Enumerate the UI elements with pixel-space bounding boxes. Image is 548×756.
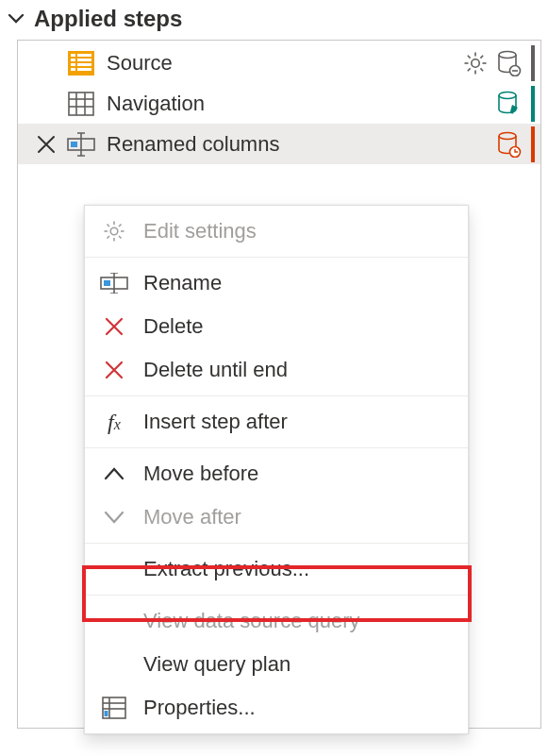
menu-move-before[interactable]: Move before (85, 452, 468, 496)
svg-rect-43 (104, 280, 110, 286)
menu-label: Extract previous... (143, 557, 309, 581)
menu-separator (85, 395, 468, 396)
svg-rect-3 (71, 59, 75, 61)
chevron-up-icon (98, 461, 130, 487)
menu-delete-until-end[interactable]: Delete until end (85, 348, 468, 392)
properties-icon (98, 695, 130, 721)
fx-icon: fx (98, 409, 130, 435)
svg-line-37 (108, 225, 110, 227)
step-row-source[interactable]: Source (18, 42, 540, 83)
menu-view-data-source-query: View data source query (85, 599, 468, 643)
svg-line-14 (468, 55, 471, 58)
step-row-renamed-columns[interactable]: Renamed columns (18, 124, 540, 164)
menu-separator (85, 595, 468, 596)
svg-point-9 (472, 59, 479, 66)
svg-line-39 (119, 225, 122, 227)
menu-label: Edit settings (143, 219, 257, 244)
delete-icon (98, 357, 130, 383)
menu-label: Move after (143, 505, 241, 529)
applied-steps-header[interactable]: Applied steps (0, 0, 548, 40)
step-status-marker (531, 126, 535, 162)
menu-edit-settings: Edit settings (85, 210, 468, 253)
rename-icon (98, 270, 130, 296)
gear-icon[interactable] (461, 49, 490, 77)
menu-extract-previous[interactable]: Extract previous... (85, 547, 468, 591)
svg-line-40 (108, 236, 110, 239)
menu-label: Delete (143, 314, 204, 339)
step-status-marker (531, 86, 535, 122)
step-label: Source (107, 51, 461, 76)
svg-rect-5 (71, 63, 75, 66)
menu-label: View data source query (143, 609, 360, 633)
svg-rect-29 (71, 142, 77, 147)
chevron-down-icon (98, 504, 130, 530)
gear-icon (98, 218, 130, 244)
menu-label: Rename (143, 271, 222, 295)
svg-point-32 (110, 227, 118, 235)
svg-line-17 (468, 68, 471, 71)
blank-icon (98, 556, 130, 582)
blank-icon (98, 608, 130, 634)
panel-title: Applied steps (34, 6, 182, 32)
step-label: Renamed columns (107, 132, 495, 157)
chevron-down-icon (6, 8, 26, 29)
menu-rename[interactable]: Rename (85, 261, 468, 305)
menu-insert-step-after[interactable]: fx Insert step after (85, 400, 468, 444)
svg-line-38 (119, 236, 122, 239)
delete-step-icon[interactable] (33, 131, 59, 158)
delete-icon (98, 313, 130, 340)
svg-point-26 (499, 92, 516, 98)
step-context-menu: Edit settings Rename Delete (84, 205, 469, 734)
svg-rect-7 (71, 68, 75, 71)
menu-label: Properties... (143, 696, 256, 720)
step-row-navigation[interactable]: Navigation (18, 83, 540, 124)
svg-point-30 (499, 132, 516, 139)
menu-separator (85, 257, 468, 258)
menu-label: Move before (143, 462, 258, 486)
svg-line-16 (480, 55, 483, 58)
blank-icon (98, 651, 130, 678)
svg-rect-21 (69, 92, 93, 115)
menu-label: Insert step after (143, 410, 288, 434)
table-source-icon (67, 49, 95, 77)
svg-rect-1 (71, 54, 75, 57)
menu-move-after: Move after (85, 496, 468, 539)
menu-separator (85, 543, 468, 544)
database-remove-icon (495, 49, 523, 77)
svg-rect-8 (77, 68, 91, 71)
svg-line-15 (480, 68, 483, 71)
menu-separator (85, 447, 468, 448)
menu-properties[interactable]: Properties... (85, 686, 468, 730)
rename-columns-icon (67, 130, 95, 159)
database-clock-icon (495, 130, 523, 159)
database-folding-icon (495, 90, 523, 118)
menu-delete[interactable]: Delete (85, 305, 468, 348)
menu-label: Delete until end (143, 358, 288, 382)
step-status-marker (531, 45, 535, 81)
svg-point-18 (499, 51, 516, 58)
menu-label: View query plan (143, 652, 291, 677)
svg-rect-4 (77, 59, 91, 61)
menu-view-query-plan[interactable]: View query plan (85, 643, 468, 686)
svg-rect-48 (105, 711, 108, 716)
svg-rect-6 (77, 63, 91, 66)
svg-rect-2 (77, 54, 91, 57)
applied-steps-list: Source (17, 40, 541, 729)
table-icon (67, 90, 95, 118)
step-label: Navigation (107, 92, 495, 116)
